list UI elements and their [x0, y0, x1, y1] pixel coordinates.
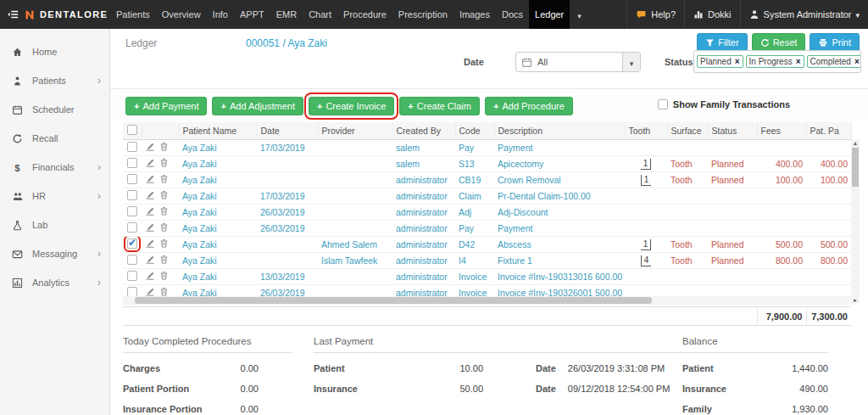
plus-icon — [317, 101, 322, 111]
delete-icon[interactable] — [159, 190, 169, 202]
edit-icon[interactable] — [145, 255, 155, 266]
create-invoice-button[interactable]: Create Invoice — [309, 97, 394, 115]
nav-item-appt[interactable]: APPT — [234, 0, 270, 29]
brand-name[interactable]: DENTALORE — [40, 9, 108, 20]
create-claim-button[interactable]: Create Claim — [399, 97, 480, 115]
delete-icon[interactable] — [159, 287, 169, 296]
status-tags[interactable]: Planned×In Progress×Completed× — [693, 50, 861, 73]
patient-ref-link[interactable]: 000051 / Aya Zaki — [246, 37, 327, 49]
edit-icon[interactable] — [145, 190, 155, 202]
help-button[interactable]: Help? — [626, 0, 684, 29]
table-row: Aya ZakiadministratorCB19Crown Removal1T… — [123, 172, 851, 188]
nav-item-docs[interactable]: Docs — [496, 0, 529, 29]
menu-toggle-icon[interactable] — [7, 8, 19, 20]
sidebar-item-messaging[interactable]: Messaging› — [0, 239, 109, 268]
ledger-table-head-row: Patient NameDateProviderCreated ByCodeDe… — [123, 122, 851, 140]
row-checkbox[interactable] — [127, 255, 137, 265]
horizontal-scroll-thumb[interactable] — [135, 297, 652, 304]
edit-icon[interactable] — [145, 222, 155, 234]
date-filter-label: Date — [464, 57, 484, 67]
nav-item-procedure[interactable]: Procedure — [337, 0, 392, 29]
date-filter-select[interactable]: All — [515, 52, 641, 72]
sidebar-item-recall[interactable]: Recall — [0, 124, 109, 153]
select-all-checkbox[interactable] — [127, 125, 137, 135]
brand-logo-icon — [24, 9, 36, 20]
reset-button[interactable]: Reset — [752, 33, 806, 52]
row-checkbox[interactable] — [127, 206, 137, 216]
edit-icon[interactable] — [145, 206, 155, 218]
delete-icon[interactable] — [159, 271, 169, 283]
add-payment-button[interactable]: Add Payment — [125, 97, 207, 115]
delete-icon[interactable] — [159, 255, 169, 266]
dollar-icon: $ — [12, 162, 28, 173]
row-checkbox[interactable] — [127, 222, 137, 233]
nav-item-ledger[interactable]: Ledger — [529, 0, 570, 29]
delete-icon[interactable] — [159, 158, 169, 170]
nav-item-images[interactable]: Images — [453, 0, 496, 29]
nav-item-chart[interactable]: Chart — [303, 0, 337, 29]
cell-status: Planned — [708, 156, 757, 172]
show-family-toggle[interactable]: Show Family Transactions — [658, 99, 790, 109]
nav-item-patients[interactable]: Patients — [110, 0, 156, 29]
scroll-right-arrow-icon[interactable]: ▸ — [851, 296, 860, 305]
cell-patient-paid: 100.00 — [806, 172, 851, 188]
actions-toolbar: Add Payment Add Adjustment Create Invoic… — [110, 88, 868, 122]
row-checkbox[interactable] — [127, 174, 137, 184]
nav-more-dropdown[interactable] — [570, 0, 589, 29]
select-caret-button[interactable] — [622, 53, 640, 71]
vertical-scroll-thumb[interactable] — [852, 148, 859, 187]
col-header: Created By — [392, 122, 455, 140]
row-checkbox[interactable] — [127, 190, 137, 200]
nav-item-info[interactable]: Info — [207, 0, 234, 29]
show-family-checkbox[interactable] — [658, 99, 668, 109]
nav-item-overview[interactable]: Overview — [156, 0, 207, 29]
filter-button[interactable]: Filter — [697, 33, 747, 52]
sidebar-item-hr[interactable]: HR› — [0, 182, 109, 210]
horizontal-scrollbar[interactable]: ▸ — [123, 296, 860, 305]
nav-item-emr[interactable]: EMR — [270, 0, 303, 29]
edit-icon[interactable] — [145, 142, 155, 154]
row-select-cell — [123, 269, 142, 285]
org-button[interactable]: Dokki — [684, 0, 740, 29]
cell-fees — [757, 285, 806, 297]
row-checkbox[interactable] — [127, 142, 137, 152]
page-title: Ledger — [125, 37, 157, 49]
delete-icon[interactable] — [159, 238, 169, 250]
edit-icon[interactable] — [145, 287, 155, 296]
edit-icon[interactable] — [145, 174, 155, 186]
remove-tag-icon[interactable]: × — [735, 58, 740, 66]
remove-tag-icon[interactable]: × — [854, 58, 860, 66]
plus-icon — [134, 101, 139, 111]
row-checkbox[interactable] — [127, 287, 137, 296]
scroll-up-arrow-icon[interactable]: ▲ — [851, 139, 860, 148]
sidebar-item-lab[interactable]: Lab — [0, 210, 109, 239]
sidebar-item-patients[interactable]: Patients› — [0, 66, 109, 95]
sidebar-item-analytics[interactable]: Analytics› — [0, 268, 109, 297]
totals-spacer — [494, 307, 625, 326]
delete-icon[interactable] — [159, 142, 169, 154]
row-checkbox[interactable] — [127, 238, 137, 249]
edit-icon[interactable] — [145, 158, 155, 170]
add-procedure-button[interactable]: Add Procedure — [485, 97, 573, 115]
add-adjustment-button[interactable]: Add Adjustment — [212, 97, 303, 115]
page-header: Ledger 000051 / Aya Zaki Filter Reset Pr… — [110, 29, 868, 88]
edit-icon[interactable] — [145, 271, 155, 283]
edit-icon[interactable] — [145, 238, 155, 250]
sidebar-item-label: Home — [32, 47, 101, 57]
print-button[interactable]: Print — [810, 33, 860, 52]
sidebar-item-scheduler[interactable]: Scheduler — [0, 95, 109, 124]
create-claim-label: Create Claim — [417, 101, 471, 111]
nav-item-prescription[interactable]: Prescription — [392, 0, 453, 29]
delete-icon[interactable] — [159, 206, 169, 218]
cell-date — [257, 156, 318, 172]
delete-icon[interactable] — [159, 222, 169, 234]
row-checkbox[interactable] — [127, 271, 137, 281]
delete-icon[interactable] — [159, 174, 169, 186]
remove-tag-icon[interactable]: × — [796, 58, 801, 66]
row-checkbox[interactable] — [127, 158, 137, 168]
vertical-scrollbar[interactable]: ▲ — [851, 139, 860, 296]
cell-description: Fixture 1 — [494, 253, 625, 269]
user-menu[interactable]: System Administrator — [740, 0, 868, 29]
sidebar-item-home[interactable]: Home — [0, 37, 109, 66]
sidebar-item-financials[interactable]: $Financials› — [0, 153, 109, 182]
